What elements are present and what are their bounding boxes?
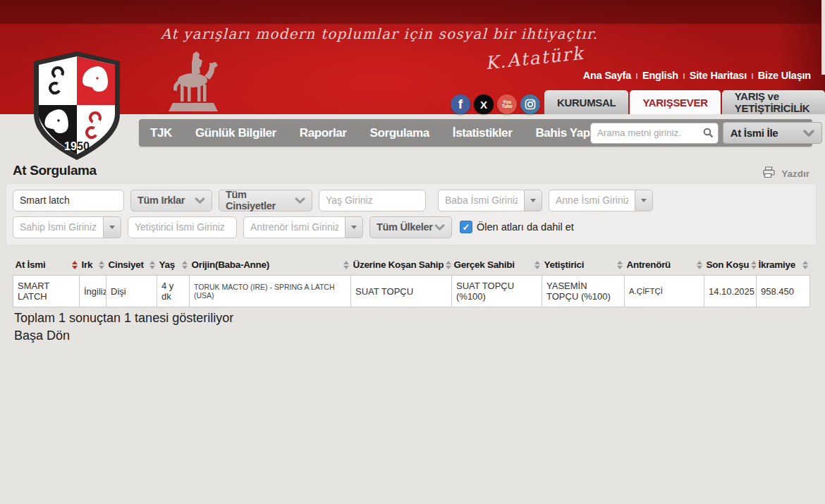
- cell-yetistirici: YASEMİN TOPÇU (%100): [542, 276, 625, 307]
- mother-dropdown-button[interactable]: [635, 190, 653, 211]
- tab-yaris-ve-yetistiricilik[interactable]: YARIŞ ve YETİŞTİRİCİLİK: [722, 90, 825, 114]
- search-icon[interactable]: [703, 128, 714, 141]
- col-ikramiye: İkramiye: [759, 259, 795, 270]
- nav-raporlar[interactable]: Raporlar: [300, 126, 347, 140]
- ataturk-quote: At yarışları modern toplumlar için sosya…: [161, 25, 566, 42]
- link-separator: ı: [747, 70, 758, 81]
- cell-gercek-sahibi: SUAT TOPÇU (%100): [452, 276, 542, 307]
- instagram-icon[interactable]: [520, 94, 540, 114]
- cell-uzerine-kosan-sahip: SUAT TOPÇU: [351, 276, 452, 307]
- owner-name-input[interactable]: [13, 216, 103, 238]
- sort-icon-antrenoru[interactable]: [697, 261, 702, 269]
- trainer-name-input[interactable]: [243, 216, 345, 238]
- sort-icon-gercek-sahibi[interactable]: [534, 261, 540, 269]
- nav-istatistikler[interactable]: İstatistikler: [453, 126, 513, 140]
- main-navbar: TJK Günlük Bilgiler Raporlar Sorgulama İ…: [139, 119, 812, 147]
- breeder-name-input[interactable]: [128, 216, 237, 238]
- back-to-top-link[interactable]: Başa Dön: [14, 328, 70, 343]
- sort-icon-uzerine-kosan-sahip[interactable]: [446, 261, 451, 269]
- facebook-icon[interactable]: f: [451, 94, 470, 114]
- race-dropdown[interactable]: Tüm Irklar: [130, 190, 212, 211]
- dead-horses-filter: ✓ Ölen atları da dahil et: [460, 221, 574, 233]
- table-header-row: At İsmi Irk Cinsiyet Yaş Orijin(Baba-Ann…: [13, 255, 810, 276]
- sort-icon-son-kosu[interactable]: [751, 261, 757, 269]
- social-icons: f X YouTube: [451, 94, 540, 114]
- sort-icon-cinsiyet[interactable]: [149, 261, 155, 269]
- col-gercek-sahibi: Gerçek Sahibi: [454, 259, 515, 270]
- father-name-combo: [438, 190, 542, 211]
- triangle-down-icon: [530, 199, 536, 202]
- col-at-ismi: At İsmi: [16, 259, 46, 270]
- nav-sorgulama[interactable]: Sorgulama: [370, 126, 429, 140]
- horse-name-input[interactable]: [13, 190, 124, 211]
- chevron-down-icon: [295, 194, 305, 207]
- cell-yas: 4 y dk: [157, 276, 190, 307]
- search-input[interactable]: [590, 123, 719, 144]
- ataturk-signature: K.Atatürk: [484, 43, 585, 74]
- col-yas: Yaş: [159, 259, 175, 270]
- print-button[interactable]: Yazdır: [762, 166, 809, 181]
- age-input[interactable]: [319, 190, 426, 211]
- trainer-name-combo: [243, 216, 363, 238]
- col-son-kosu: Son Koşu: [707, 259, 750, 270]
- sort-icon-irk[interactable]: [99, 261, 104, 269]
- gender-dropdown[interactable]: Tüm Cinsiyetler: [219, 190, 312, 211]
- dead-horses-label: Ölen atları da dahil et: [477, 221, 574, 233]
- country-dropdown[interactable]: Tüm Ülkeler: [369, 216, 452, 238]
- section-tabs: KURUMSAL YARIŞSEVER YARIŞ ve YETİŞTİRİCİ…: [543, 90, 825, 114]
- x-twitter-icon[interactable]: X: [474, 94, 494, 114]
- dead-horses-checkbox[interactable]: ✓: [460, 221, 472, 233]
- sort-icon-ikramiye[interactable]: [802, 261, 808, 269]
- sort-icon-orijin[interactable]: [343, 261, 349, 269]
- search-type-dropdown[interactable]: At İsmi İle: [723, 122, 822, 144]
- page-title: At Sorgulama: [13, 163, 97, 178]
- triangle-down-icon: [641, 199, 647, 202]
- table-row: SMART LATCH İngiliz Dişi 4 y dk TORUK MA…: [13, 276, 810, 307]
- results-summary: Toplam 1 sonuçtan 1 tanesi gösteriliyor: [14, 311, 233, 326]
- tab-yarissever[interactable]: YARIŞSEVER: [630, 90, 720, 114]
- father-dropdown-button[interactable]: [524, 190, 542, 211]
- filter-row-1: Tüm Irklar Tüm Cinsiyetler: [13, 189, 809, 211]
- sort-icon-yetistirici[interactable]: [617, 261, 623, 269]
- cell-at-ismi[interactable]: SMART LATCH: [13, 276, 80, 307]
- tab-kurumsal[interactable]: KURUMSAL: [544, 90, 628, 114]
- youtube-icon[interactable]: YouTube: [497, 94, 517, 114]
- father-name-input[interactable]: [438, 190, 524, 211]
- link-site-haritasi[interactable]: Site Haritası: [690, 70, 747, 81]
- nav-tjk[interactable]: TJK: [150, 126, 172, 140]
- filter-panel: Tüm Irklar Tüm Cinsiyetler: [6, 183, 817, 245]
- tjk-logo[interactable]: 19 50: [30, 49, 124, 165]
- cell-irk: İngiliz: [80, 276, 106, 307]
- triangle-down-icon: [109, 226, 115, 229]
- trainer-dropdown-button[interactable]: [345, 216, 363, 238]
- header-quick-links: Ana SayfaıEnglishıSite HaritasııBize Ula…: [583, 70, 811, 81]
- nav-bahis-yap[interactable]: Bahis Yap: [535, 126, 589, 140]
- col-cinsiyet: Cinsiyet: [109, 259, 144, 270]
- owner-name-combo: [13, 216, 121, 238]
- link-bize-ulasin[interactable]: Bize Ulaşın: [758, 70, 811, 81]
- cell-orijin: TORUK MACTO (IRE) - SPRING A LATCH (USA): [190, 276, 351, 307]
- col-yetistirici: Yetiştirici: [544, 259, 585, 270]
- link-separator: ı: [631, 70, 642, 81]
- col-orijin: Orijin(Baba-Anne): [192, 259, 269, 270]
- cell-antrenoru: A.ÇİFTÇİ: [625, 276, 704, 307]
- mother-name-input[interactable]: [549, 190, 635, 211]
- header-edge-decoration: [821, 0, 825, 75]
- chevron-down-icon: [803, 127, 814, 140]
- cell-cinsiyet: Dişi: [106, 276, 157, 307]
- nav-gunluk-bilgiler[interactable]: Günlük Bilgiler: [195, 126, 276, 140]
- svg-text:19: 19: [64, 140, 77, 152]
- mother-name-combo: [549, 190, 653, 211]
- results-table: At İsmi Irk Cinsiyet Yaş Orijin(Baba-Ann…: [13, 255, 810, 307]
- cell-ikramiye: 958.450: [757, 276, 810, 307]
- chevron-down-icon: [434, 221, 445, 233]
- printer-icon: [762, 166, 776, 181]
- link-english[interactable]: English: [642, 70, 678, 81]
- sort-icon-at-ismi[interactable]: [72, 261, 78, 269]
- filter-row-2: Tüm Ülkeler ✓ Ölen atları da dahil et: [13, 216, 809, 238]
- col-antrenoru: Antrenörü: [627, 259, 671, 270]
- owner-dropdown-button[interactable]: [103, 216, 121, 238]
- link-ana-sayfa[interactable]: Ana Sayfa: [583, 70, 631, 81]
- ataturk-statue-image: [161, 49, 226, 117]
- sort-icon-yas[interactable]: [182, 261, 188, 269]
